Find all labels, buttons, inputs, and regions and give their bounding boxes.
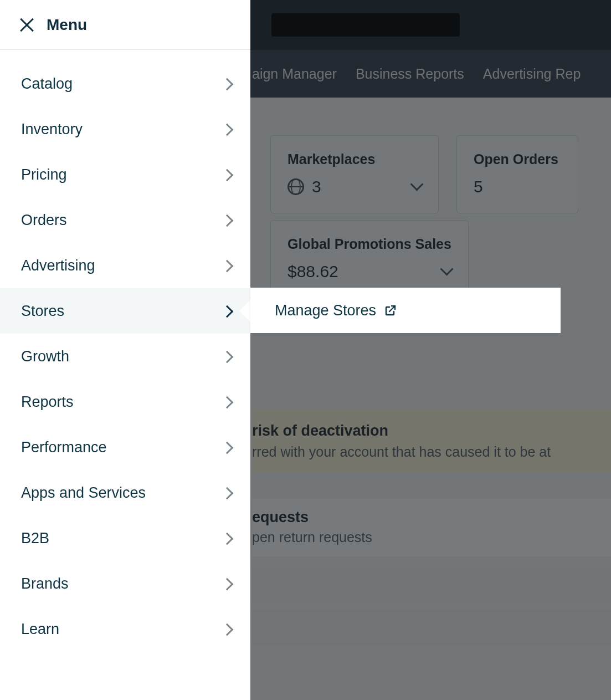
chevron-right-icon — [223, 212, 232, 229]
chevron-right-icon — [223, 439, 232, 456]
menu-item-label: Advertising — [21, 257, 95, 274]
chevron-right-icon — [223, 575, 232, 592]
menu-item-label: Growth — [21, 348, 69, 365]
menu-item-label: Performance — [21, 439, 107, 456]
menu-item-growth[interactable]: Growth — [0, 334, 250, 379]
menu-item-label: Brands — [21, 575, 69, 592]
menu-item-b2b[interactable]: B2B — [0, 515, 250, 561]
menu-item-label: Stores — [21, 303, 64, 320]
submenu-item-label: Manage Stores — [275, 302, 376, 319]
menu-item-apps-and-services[interactable]: Apps and Services — [0, 470, 250, 515]
chevron-right-icon — [223, 121, 232, 138]
menu-item-label: B2B — [21, 530, 49, 547]
chevron-right-icon — [223, 394, 232, 411]
external-link-icon — [384, 304, 397, 317]
chevron-right-icon — [223, 257, 232, 274]
menu-item-pricing[interactable]: Pricing — [0, 152, 250, 197]
menu-item-label: Orders — [21, 212, 67, 229]
menu-header: Menu — [0, 0, 250, 50]
chevron-right-icon — [223, 621, 232, 638]
menu-item-label: Learn — [21, 621, 59, 638]
chevron-right-icon — [223, 75, 232, 93]
menu-item-learn[interactable]: Learn — [0, 606, 250, 652]
chevron-right-icon — [223, 166, 232, 183]
menu-item-reports[interactable]: Reports — [0, 379, 250, 425]
menu-list: Catalog Inventory Pricing Orders Adverti… — [0, 50, 250, 700]
menu-item-orders[interactable]: Orders — [0, 197, 250, 243]
menu-item-inventory[interactable]: Inventory — [0, 106, 250, 152]
menu-item-stores[interactable]: Stores — [0, 288, 250, 334]
chevron-right-icon — [223, 530, 232, 547]
main-menu-sidebar: Menu Catalog Inventory Pricing Orders Ad… — [0, 0, 250, 700]
menu-item-advertising[interactable]: Advertising — [0, 243, 250, 288]
menu-title: Menu — [47, 16, 87, 34]
menu-item-label: Apps and Services — [21, 484, 146, 502]
chevron-right-icon — [223, 484, 232, 502]
menu-item-label: Pricing — [21, 166, 67, 183]
chevron-right-icon — [223, 348, 232, 365]
close-icon[interactable] — [19, 17, 34, 33]
menu-item-performance[interactable]: Performance — [0, 425, 250, 470]
menu-item-label: Catalog — [21, 75, 73, 93]
submenu-manage-stores[interactable]: Manage Stores — [250, 288, 561, 333]
menu-item-label: Reports — [21, 394, 74, 411]
chevron-right-icon — [223, 303, 232, 320]
menu-item-catalog[interactable]: Catalog — [0, 61, 250, 106]
menu-item-label: Inventory — [21, 121, 83, 138]
menu-item-brands[interactable]: Brands — [0, 561, 250, 606]
